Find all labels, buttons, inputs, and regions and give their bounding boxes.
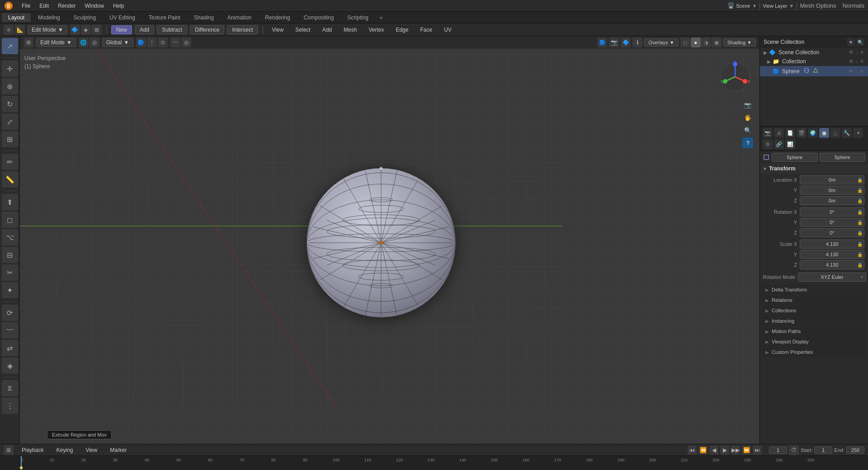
menu-file[interactable]: File [18,2,34,10]
tool-rotate[interactable]: ↻ [2,96,18,112]
add-workspace-tab[interactable]: + [376,13,387,23]
viewport-zoom-icon[interactable]: 🔍 [742,125,753,136]
menu-edit[interactable]: Edit [36,2,52,10]
normals-btn[interactable]: Normals [843,2,864,9]
shade-material[interactable]: ◑ [701,38,711,47]
tool-spin[interactable]: ⟳ [2,305,18,321]
proportional-edit-icon[interactable]: ◎ [90,38,99,47]
tool-rip[interactable]: ⋮ [2,398,18,414]
tl-prev-keyframe-btn[interactable]: ⏪ [698,446,708,455]
prop-tab-particles[interactable]: ✦ [853,128,863,138]
viewport-help-icon[interactable]: ? [742,137,753,148]
prop-tab-modifier[interactable]: 🔧 [842,128,852,138]
object-data-name-field[interactable]: Sphere [820,153,866,162]
sphere-mesh[interactable] [295,157,467,330]
snap-config-icon[interactable]: ⊙ [158,38,168,47]
tool-edge-slide[interactable]: ⇄ [2,340,18,356]
motion-paths-section[interactable]: ▶ Motion Paths [762,326,866,336]
tl-play-next-btn[interactable]: ▶▶ [731,446,740,455]
viewport-gizmo[interactable]: Z X Y [717,59,753,95]
collections-section[interactable]: ▶ Collections [762,306,866,315]
timeline-start-frame[interactable]: 1 [814,446,832,454]
tool-knife[interactable]: ✂ [2,264,18,281]
viewport-orbit-icon[interactable]: 🖐 [742,112,753,123]
prop-tab-constraints[interactable]: 🔗 [774,139,784,149]
viewport-camera-icon[interactable]: 📷 [609,38,619,47]
camera-perspective-icon[interactable]: 📷 [742,99,753,110]
prop-tab-scene[interactable]: 🎬 [797,128,807,138]
view-layer-label[interactable]: View Layer [763,3,787,9]
tl-play-btn[interactable]: ▶ [720,446,729,455]
snap-toggle-icon[interactable]: ⋮ [147,38,157,47]
scale-z-lock[interactable]: 🔒 [857,263,863,268]
menu-uv[interactable]: UV [439,26,456,34]
tool-select[interactable]: ↗ [2,38,18,54]
menu-vertex[interactable]: Vertex [364,26,388,34]
rotation-mode-field[interactable]: XYZ Euler ▼ [798,273,866,282]
tool-shear[interactable]: ⧖ [2,380,18,396]
tab-uv-editing[interactable]: UV Editing [103,13,142,22]
location-z-lock[interactable]: 🔒 [857,198,863,203]
outliner-collection[interactable]: ▶ 📁 Collection 👁↓☀ [760,57,868,66]
tool-extrude[interactable]: ⬆ [2,194,18,210]
location-y-lock[interactable]: 🔒 [857,188,863,193]
rotation-mode-lock[interactable]: ▼ [860,275,864,280]
menu-edge[interactable]: Edge [391,26,413,34]
btn-subtract[interactable]: Subtract [157,25,187,34]
timeline-view-menu[interactable]: View [81,446,102,454]
tool-bevel[interactable]: ⌥ [2,229,18,245]
tl-start-btn[interactable]: ⏮ [688,446,697,455]
prop-tab-mesh[interactable]: △ [830,128,840,138]
tool-inset[interactable]: ◻ [2,212,18,228]
relations-section[interactable]: ▶ Relations [762,295,866,305]
viewport-render-icon[interactable]: 🔷 [621,38,631,47]
tool-transform[interactable]: ⊞ [2,131,18,147]
timeline-fps-icon[interactable]: ⏱ [789,445,799,455]
tab-shading[interactable]: Shading [188,13,220,22]
btn-new[interactable]: New [111,25,132,34]
tab-texture-paint[interactable]: Texture Paint [142,13,187,22]
prop-tab-output[interactable]: 🖨 [774,128,784,138]
snap-icon[interactable]: 🔷 [70,25,80,35]
tool-measure[interactable]: 📏 [2,171,18,188]
shade-solid[interactable]: ● [691,38,701,47]
shade-solid-wireframe[interactable]: ◻ [680,38,690,47]
shading-button[interactable]: Shading▼ [723,38,756,47]
tab-modeling[interactable]: Modeling [32,13,66,22]
scene-name[interactable]: Scene [736,3,750,9]
tab-animation[interactable]: Animation [221,13,258,22]
menu-face[interactable]: Face [415,26,437,34]
shade-rendered[interactable]: ▣ [712,38,722,47]
location-x-lock[interactable]: 🔒 [857,178,863,183]
toolbar-expand-btn[interactable]: ≡ [4,25,14,35]
btn-add[interactable]: Add [135,25,154,34]
timeline-end-frame[interactable]: 250 [846,446,864,454]
overlays-button[interactable]: Overlays▼ [644,38,678,47]
object-name-field[interactable]: Sphere [772,153,818,162]
tab-rendering[interactable]: Rendering [259,13,296,22]
viewport-display-section[interactable]: ▶ Viewport Display [762,337,866,347]
tool-move[interactable]: ⊕ [2,78,18,94]
outliner-search-icon[interactable]: 🔍 [856,38,864,46]
rotation-z-field[interactable]: 0° 🔒 [800,228,864,237]
scale-x-lock[interactable]: 🔒 [857,242,863,247]
outliner-scene-collection[interactable]: ▶ 🔷 Scene Collection 👁↓☀ [760,48,868,57]
tool-loop-cut[interactable]: ⊟ [2,247,18,263]
timeline-menu-icon[interactable]: ⊞ [4,445,14,455]
viewport-menu-icon[interactable]: ⊞ [24,38,33,47]
scale-y-lock[interactable]: 🔒 [857,252,863,257]
local-view-icon[interactable]: 🌐 [79,38,89,47]
tool-cursor[interactable]: ✛ [2,61,18,77]
blender-logo[interactable]: B [4,1,14,11]
scale-x-field[interactable]: 4.130 🔒 [800,240,864,249]
snap-magnet-icon[interactable]: 🔵 [136,38,146,47]
viewport-lock-icon[interactable]: 🔵 [597,38,607,47]
location-y-field[interactable]: 0m 🔒 [800,186,864,195]
tool-annotate[interactable]: ✏ [2,154,18,170]
menu-view[interactable]: View [268,26,288,34]
prop-tab-render[interactable]: 📷 [763,128,773,138]
timeline-ruler[interactable]: 0 10 20 30 40 50 60 70 80 90 100 110 120… [0,456,868,470]
mode-dropdown[interactable]: Edit Mode ▼ [28,25,67,34]
viewport-mode-selector[interactable]: Edit Mode▼ [36,38,76,47]
instancing-section[interactable]: ▶ Instancing [762,316,866,326]
